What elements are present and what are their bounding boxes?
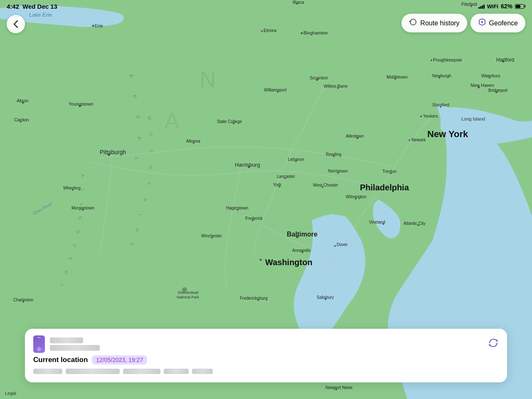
address-part4 [164,369,189,374]
route-history-label: Route history [420,20,459,27]
svg-text:Scranton: Scranton [310,75,328,80]
svg-text:York: York [273,182,282,187]
svg-text:Winchester: Winchester [201,234,222,238]
back-button[interactable] [7,15,25,33]
svg-text:West Chester: West Chester [313,183,338,187]
svg-text:Fredericksburg: Fredericksburg [240,296,268,300]
bottom-panel: Current location 12/05/2023, 19:27 [25,329,507,382]
device-name [50,337,100,351]
svg-text:Williamsport: Williamsport [264,88,287,92]
address-part1 [33,369,62,374]
svg-text:Erie: Erie [95,23,103,28]
svg-text:Poughkeepsie: Poughkeepsie [433,57,462,62]
wifi-icon: WiFi [487,3,498,10]
route-history-icon [409,18,417,28]
panel-top-row [33,335,499,353]
svg-text:Charleston: Charleston [13,298,33,302]
date-display: Wed Dec 13 [22,3,57,10]
svg-text:Baltimore: Baltimore [287,231,318,238]
address-part2 [66,369,120,374]
device-info [33,335,100,353]
svg-text:Norristown: Norristown [328,169,348,173]
svg-text:Hagerstown: Hagerstown [226,206,248,210]
svg-point-119 [260,259,262,261]
svg-text:New York: New York [427,129,468,139]
svg-text:Akron: Akron [17,98,29,103]
svg-text:Wheeling: Wheeling [63,186,81,190]
svg-text:Youngstown: Youngstown [69,101,94,106]
time-display: 4:42 [7,3,19,10]
svg-text:Lake Erie: Lake Erie [29,12,52,18]
svg-point-32 [301,32,303,34]
svg-text:Middletown: Middletown [387,75,408,79]
geofence-button[interactable]: Geofence [470,14,525,32]
legal-link[interactable]: Legal [5,391,16,396]
device-icon [33,335,45,353]
svg-point-58 [409,139,410,141]
svg-text:A: A [164,108,183,134]
geofence-label: Geofence [489,20,518,27]
address-row [33,369,499,374]
svg-text:Yonkers: Yonkers [423,114,438,118]
svg-text:N: N [200,66,219,92]
svg-text:State College: State College [217,119,242,124]
svg-text:Salisbury: Salisbury [317,295,334,300]
svg-text:Lancaster: Lancaster [277,174,296,179]
svg-text:Trenton: Trenton [382,169,397,174]
address-part3 [123,369,160,374]
svg-point-132 [481,21,483,23]
svg-text:Frederick: Frederick [245,216,263,221]
signal-icon [478,4,485,9]
svg-text:Allentown: Allentown [346,134,364,138]
svg-text:Reading: Reading [326,152,341,157]
svg-text:Bridgeport: Bridgeport [488,88,507,93]
svg-text:Philadelphia: Philadelphia [360,183,409,192]
svg-text:Wilkes-Barre: Wilkes-Barre [324,84,348,89]
svg-text:Atlantic City: Atlantic City [404,221,426,226]
svg-text:New Haven: New Haven [470,83,494,88]
svg-text:National Park: National Park [177,295,200,299]
geofence-icon [478,18,486,28]
battery-icon [515,4,525,9]
device-name-line1 [50,337,83,343]
svg-text:Elmira: Elmira [264,28,277,33]
svg-text:Newport News: Newport News [325,385,352,390]
svg-text:Dover: Dover [337,242,348,247]
svg-text:Newburgh: Newburgh [432,74,451,78]
svg-text:Washington: Washington [265,258,313,267]
svg-text:Vineland: Vineland [369,220,385,224]
svg-text:Long Island: Long Island [461,116,485,121]
top-controls: Route history Geofence [401,14,525,32]
svg-text:Pittsburgh: Pittsburgh [100,149,126,155]
svg-text:Harrisburg: Harrisburg [235,162,260,168]
svg-point-117 [334,245,336,247]
svg-text:Canton: Canton [14,117,29,122]
svg-text:Newark: Newark [411,138,426,142]
current-location-label: Current location [33,356,88,364]
battery-percent: 62% [501,3,512,10]
svg-point-34 [261,30,263,32]
status-right: WiFi 62% [478,3,525,10]
status-bar: 4:42 Wed Dec 13 WiFi 62% [0,0,532,12]
location-row: Current location 12/05/2023, 19:27 [33,355,499,365]
svg-text:Shenandoah: Shenandoah [177,291,199,295]
svg-text:Morgantown: Morgantown [71,206,94,210]
svg-point-28 [92,25,94,27]
svg-point-38 [431,59,432,61]
svg-text:Waterbury: Waterbury [481,74,500,78]
timestamp-badge: 12/05/2023, 19:27 [92,355,147,365]
status-left: 4:42 Wed Dec 13 [7,3,57,10]
svg-text:Altoona: Altoona [186,139,200,143]
svg-text:Binghamton: Binghamton [303,30,328,35]
svg-text:Lebanon: Lebanon [288,157,304,162]
device-name-line2 [50,345,100,351]
svg-text:Hartford: Hartford [496,57,514,63]
svg-text:Annapolis: Annapolis [292,248,310,253]
svg-text:Wilmington: Wilmington [346,195,366,199]
svg-text:Stamford: Stamford [432,103,449,107]
refresh-button[interactable] [488,337,499,351]
address-part5 [192,369,213,374]
svg-point-52 [420,116,422,117]
route-history-button[interactable]: Route history [401,14,467,32]
